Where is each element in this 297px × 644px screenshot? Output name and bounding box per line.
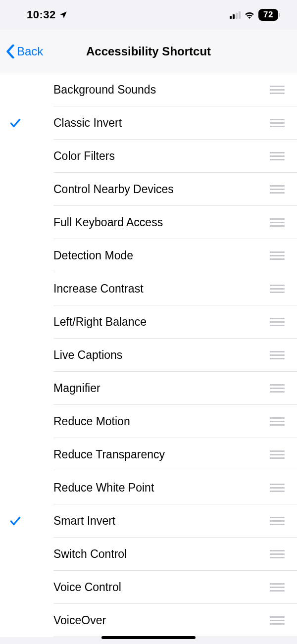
- list-item[interactable]: Left/Right Balance: [0, 305, 297, 339]
- checkmark-icon: [9, 515, 22, 528]
- list-item-label: Control Nearby Devices: [31, 183, 268, 196]
- shortcut-list: Background SoundsClassic InvertColor Fil…: [0, 73, 297, 637]
- wifi-icon: [244, 11, 255, 19]
- list-item[interactable]: Background Sounds: [0, 73, 297, 106]
- back-button[interactable]: Back: [0, 45, 43, 58]
- reorder-handle-icon[interactable]: [268, 351, 286, 359]
- list-item-label: Detection Mode: [31, 249, 268, 262]
- checkmark-icon: [9, 117, 22, 130]
- status-right: 72: [230, 9, 278, 21]
- reorder-handle-icon[interactable]: [268, 285, 286, 293]
- list-item-label: Left/Right Balance: [31, 315, 268, 329]
- reorder-handle-icon[interactable]: [268, 583, 286, 592]
- list-item[interactable]: Increase Contrast: [0, 272, 297, 305]
- status-bar: 10:32 72: [0, 0, 297, 30]
- cellular-icon: [230, 11, 241, 19]
- reorder-handle-icon[interactable]: [268, 251, 286, 260]
- list-item[interactable]: Reduce White Point: [0, 471, 297, 504]
- list-item[interactable]: Full Keyboard Access: [0, 206, 297, 239]
- battery-level: 72: [258, 9, 278, 21]
- list-item[interactable]: Voice Control: [0, 571, 297, 604]
- list-item[interactable]: Control Nearby Devices: [0, 173, 297, 206]
- list-item[interactable]: Detection Mode: [0, 239, 297, 272]
- list-item[interactable]: Reduce Transparency: [0, 438, 297, 471]
- list-item[interactable]: Reduce Motion: [0, 405, 297, 438]
- list-item-label: Classic Invert: [31, 116, 268, 130]
- reorder-handle-icon[interactable]: [268, 218, 286, 227]
- list-item[interactable]: Smart Invert: [0, 504, 297, 538]
- reorder-handle-icon[interactable]: [268, 152, 286, 160]
- reorder-handle-icon[interactable]: [268, 417, 286, 426]
- list-item-label: VoiceOver: [31, 614, 268, 627]
- reorder-handle-icon[interactable]: [268, 384, 286, 393]
- reorder-handle-icon[interactable]: [268, 86, 286, 94]
- reorder-handle-icon[interactable]: [268, 517, 286, 525]
- reorder-handle-icon[interactable]: [268, 550, 286, 558]
- list-item[interactable]: VoiceOver: [0, 604, 297, 637]
- chevron-left-icon: [6, 45, 15, 58]
- list-item[interactable]: Switch Control: [0, 538, 297, 571]
- reorder-handle-icon[interactable]: [268, 119, 286, 127]
- list-item-label: Full Keyboard Access: [31, 216, 268, 229]
- checkmark-slot: [0, 515, 31, 528]
- navigation-bar: Back Accessibility Shortcut: [0, 30, 297, 73]
- list-item-label: Reduce White Point: [31, 481, 268, 495]
- reorder-handle-icon[interactable]: [268, 616, 286, 625]
- reorder-handle-icon[interactable]: [268, 484, 286, 492]
- list-item[interactable]: Magnifier: [0, 372, 297, 405]
- reorder-handle-icon[interactable]: [268, 318, 286, 326]
- list-item-label: Reduce Motion: [31, 415, 268, 428]
- location-icon: [59, 10, 68, 19]
- reorder-handle-icon[interactable]: [268, 450, 286, 459]
- list-item-label: Live Captions: [31, 348, 268, 362]
- list-item-label: Background Sounds: [31, 83, 268, 97]
- page-title: Accessibility Shortcut: [86, 45, 211, 58]
- list-item-label: Color Filters: [31, 149, 268, 163]
- list-item-label: Voice Control: [31, 581, 268, 594]
- list-item-label: Increase Contrast: [31, 282, 268, 296]
- list-item-label: Switch Control: [31, 547, 268, 561]
- status-time: 10:32: [27, 8, 56, 21]
- list-item-label: Reduce Transparency: [31, 448, 268, 461]
- back-label: Back: [17, 45, 43, 58]
- reorder-handle-icon[interactable]: [268, 185, 286, 194]
- status-left: 10:32: [27, 8, 68, 21]
- list-item[interactable]: Classic Invert: [0, 106, 297, 140]
- list-item[interactable]: Color Filters: [0, 140, 297, 173]
- list-item-label: Magnifier: [31, 382, 268, 395]
- checkmark-slot: [0, 117, 31, 130]
- list-item-label: Smart Invert: [31, 514, 268, 528]
- list-item[interactable]: Live Captions: [0, 339, 297, 372]
- home-indicator: [101, 636, 196, 639]
